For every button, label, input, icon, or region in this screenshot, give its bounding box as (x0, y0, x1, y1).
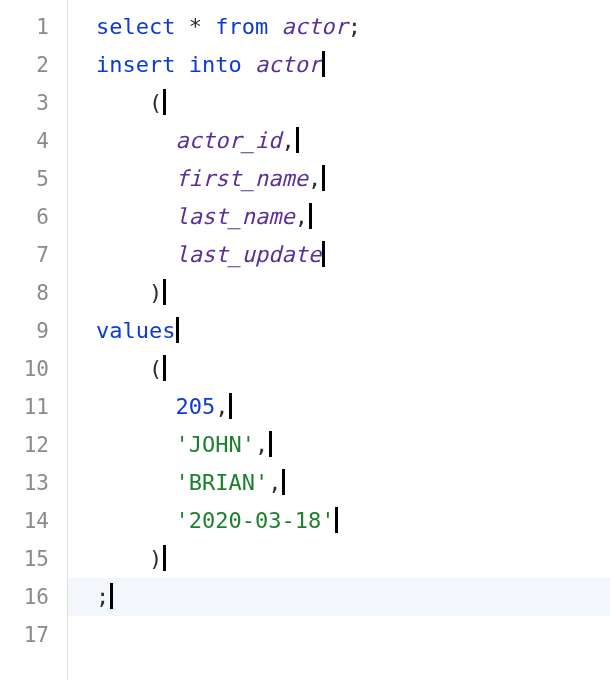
line-number: 2 (10, 46, 49, 84)
code-line[interactable] (96, 616, 610, 654)
token-punc: ( (149, 90, 162, 115)
token-punc: ) (149, 280, 162, 305)
line-number: 16 (10, 578, 49, 616)
line-number: 10 (10, 350, 49, 388)
token-ident: actor_id (175, 128, 281, 153)
token-str: 'BRIAN' (175, 470, 268, 495)
token-punc: ( (149, 356, 162, 381)
token-punc: * (189, 14, 202, 39)
token-punc (242, 52, 255, 77)
code-line[interactable]: ) (96, 540, 610, 578)
code-line[interactable]: 'JOHN', (96, 426, 610, 464)
line-number: 9 (10, 312, 49, 350)
multi-cursor (176, 317, 179, 343)
multi-cursor (322, 51, 325, 77)
code-line[interactable]: values (96, 312, 610, 350)
token-kw: into (189, 52, 242, 77)
multi-cursor (110, 583, 113, 609)
token-ident: last_name (175, 204, 294, 229)
multi-cursor (163, 89, 166, 115)
token-punc: , (215, 394, 228, 419)
line-number: 15 (10, 540, 49, 578)
token-punc: , (308, 166, 321, 191)
multi-cursor (163, 279, 166, 305)
code-line[interactable]: actor_id, (96, 122, 610, 160)
multi-cursor (296, 127, 299, 153)
multi-cursor (322, 241, 325, 267)
token-punc: , (295, 204, 308, 229)
line-number-gutter: 1234567891011121314151617 (0, 0, 68, 680)
line-number: 11 (10, 388, 49, 426)
token-kw: from (215, 14, 268, 39)
code-line[interactable]: last_update (96, 236, 610, 274)
multi-cursor (163, 545, 166, 571)
line-number: 3 (10, 84, 49, 122)
line-number: 12 (10, 426, 49, 464)
token-kw: select (96, 14, 175, 39)
multi-cursor (282, 469, 285, 495)
code-line[interactable]: insert into actor (96, 46, 610, 84)
multi-cursor (163, 355, 166, 381)
token-punc (175, 52, 188, 77)
line-number: 6 (10, 198, 49, 236)
token-punc (268, 14, 281, 39)
token-punc: ; (96, 584, 109, 609)
code-line[interactable]: select * from actor; (96, 8, 610, 46)
multi-cursor (322, 165, 325, 191)
code-line[interactable]: last_name, (96, 198, 610, 236)
token-ident: actor (281, 14, 347, 39)
token-punc (202, 14, 215, 39)
line-number: 13 (10, 464, 49, 502)
token-punc: , (281, 128, 294, 153)
token-str: 'JOHN' (175, 432, 254, 457)
token-punc: ) (149, 546, 162, 571)
token-str: '2020-03-18' (175, 508, 334, 533)
line-number: 1 (10, 8, 49, 46)
code-editor[interactable]: 1234567891011121314151617 select * from … (0, 0, 610, 680)
line-number: 7 (10, 236, 49, 274)
code-line[interactable]: 'BRIAN', (96, 464, 610, 502)
line-number: 4 (10, 122, 49, 160)
code-line[interactable]: 205, (96, 388, 610, 426)
token-punc: , (268, 470, 281, 495)
code-line[interactable]: ( (96, 84, 610, 122)
code-line[interactable]: first_name, (96, 160, 610, 198)
code-line[interactable]: '2020-03-18' (96, 502, 610, 540)
code-line[interactable]: ( (96, 350, 610, 388)
code-line[interactable]: ) (96, 274, 610, 312)
multi-cursor (335, 507, 338, 533)
token-punc: , (255, 432, 268, 457)
line-number: 8 (10, 274, 49, 312)
token-ident: last_update (175, 242, 321, 267)
token-kw: insert (96, 52, 175, 77)
code-area[interactable]: select * from actor;insert into actor ( … (68, 0, 610, 680)
token-punc (175, 14, 188, 39)
code-line[interactable]: ; (68, 578, 610, 616)
multi-cursor (309, 203, 312, 229)
token-num: 205 (175, 394, 215, 419)
line-number: 5 (10, 160, 49, 198)
multi-cursor (269, 431, 272, 457)
token-punc: ; (348, 14, 361, 39)
token-kw: values (96, 318, 175, 343)
token-ident: actor (255, 52, 321, 77)
token-ident: first_name (175, 166, 307, 191)
multi-cursor (229, 393, 232, 419)
line-number: 14 (10, 502, 49, 540)
line-number: 17 (10, 616, 49, 654)
